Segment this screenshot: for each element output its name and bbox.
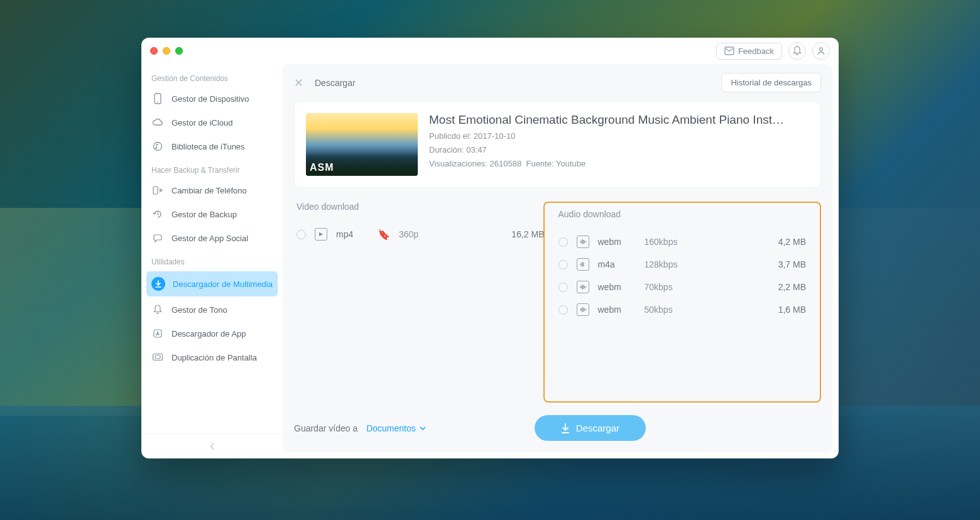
sidebar-item-app-dl[interactable]: Descargador de App (141, 322, 283, 345)
sidebar-item-switch[interactable]: Cambiar de Teléfono (141, 178, 283, 202)
bell-outline-icon (151, 303, 164, 316)
sidebar-section-utilities: Utilidades (141, 250, 283, 270)
video-info-card: ASM Most Emotional Cinematic Background … (294, 101, 821, 188)
video-download-heading: Video download (294, 202, 547, 212)
sidebar-item-icloud[interactable]: Gestor de iCloud (141, 111, 283, 134)
audio-file-icon (577, 303, 589, 316)
history-icon (151, 208, 164, 220)
music-note-icon (151, 140, 164, 153)
audio-file-icon (577, 281, 589, 293)
cloud-icon (151, 116, 164, 129)
format-name: mp4 (336, 229, 374, 239)
size-label: 4,2 MB (762, 237, 806, 247)
sidebar-item-backup[interactable]: Gestor de Backup (141, 202, 283, 226)
panel-title: Descargar (315, 78, 356, 88)
appstore-icon (151, 327, 164, 340)
sidebar-item-tone[interactable]: Gestor de Tono (141, 298, 283, 322)
download-options: Video download mp4 🔖 360p 16,2 MB Audio … (294, 202, 821, 403)
bookmark-icon: 🔖 (378, 229, 390, 241)
radio-button[interactable] (558, 305, 568, 315)
sidebar-item-label: Duplicación de Pantalla (172, 353, 257, 362)
sidebar-item-label: Gestor de Dispositivo (172, 94, 249, 104)
thumbnail-badge: ASM (310, 162, 334, 173)
download-icon (151, 277, 165, 291)
chevron-left-icon (210, 443, 215, 450)
main-panel: ✕ Descargar Historial de descargas ASM M… (283, 64, 832, 452)
sidebar-collapse-button[interactable] (141, 433, 283, 458)
size-label: 2,2 MB (762, 282, 806, 292)
quality-label: 128kbps (645, 259, 754, 269)
audio-option-row[interactable]: webm 160kbps 4,2 MB (556, 230, 809, 253)
video-title: Most Emotional Cinematic Background Musi… (429, 113, 784, 127)
audio-option-row[interactable]: webm 70kbps 2,2 MB (556, 276, 809, 298)
svg-point-1 (820, 48, 823, 51)
device-icon (151, 92, 164, 105)
user-icon (817, 46, 825, 55)
feedback-label: Feedback (738, 46, 774, 56)
close-window-button[interactable] (150, 47, 158, 55)
audio-download-heading: Audio download (556, 209, 809, 219)
size-label: 1,6 MB (762, 305, 806, 315)
sidebar-item-social[interactable]: Gestor de App Social (141, 226, 283, 250)
sidebar-item-media-downloader[interactable]: Descargador de Multimedia (146, 271, 278, 296)
destination-value: Documentos (366, 423, 416, 433)
download-button[interactable]: Descargar (535, 415, 646, 441)
download-arrow-icon (561, 423, 570, 433)
screen-mirror-icon (151, 351, 164, 364)
feedback-button[interactable]: Feedback (716, 43, 782, 60)
video-option-row[interactable]: mp4 🔖 360p 16,2 MB (294, 223, 547, 246)
sidebar-item-device[interactable]: Gestor de Dispositivo (141, 87, 283, 111)
sidebar-item-screen[interactable]: Duplicación de Pantalla (141, 345, 283, 369)
audio-option-row[interactable]: m4a 128kbps 3,7 MB (556, 253, 809, 276)
sidebar-item-label: Gestor de Backup (172, 210, 237, 219)
sidebar-item-label: Descargador de App (172, 329, 246, 339)
close-panel-button[interactable]: ✕ (294, 77, 303, 89)
account-button[interactable] (812, 42, 830, 60)
footer-bar: Guardar vídeo a Documentos Descargar (294, 403, 821, 441)
sidebar-item-label: Cambiar de Teléfono (172, 186, 247, 195)
size-label: 16,2 MB (501, 229, 545, 239)
maximize-window-button[interactable] (175, 47, 183, 55)
sidebar-section-backup: Hacer Backup & Transferir (141, 158, 283, 178)
sidebar-item-itunes[interactable]: Biblioteca de iTunes (141, 134, 283, 158)
chevron-down-icon (420, 426, 426, 430)
svg-point-5 (155, 148, 156, 149)
video-file-icon (315, 228, 327, 241)
svg-rect-8 (153, 354, 163, 360)
format-name: webm (598, 237, 636, 247)
mail-icon (724, 46, 734, 55)
quality-label: 160kbps (645, 237, 754, 247)
audio-download-column: Audio download webm 160kbps 4,2 MB m4a 1… (543, 202, 822, 403)
sidebar-item-label: Biblioteca de iTunes (172, 142, 245, 151)
radio-button[interactable] (558, 283, 568, 292)
audio-file-icon (577, 258, 589, 271)
quality-label: 360p (399, 229, 492, 239)
svg-point-3 (157, 102, 158, 103)
download-button-label: Descargar (576, 423, 619, 433)
video-published: Publicdo el: 2017-10-10 (429, 131, 784, 141)
titlebar: Feedback (141, 38, 839, 64)
format-name: webm (598, 282, 636, 292)
format-name: webm (598, 305, 636, 315)
minimize-window-button[interactable] (163, 47, 170, 55)
notifications-button[interactable] (788, 42, 806, 60)
sidebar-item-label: Gestor de Tono (172, 305, 227, 315)
radio-button[interactable] (558, 260, 568, 269)
sidebar-section-content: Gestión de Contenidos (141, 67, 283, 87)
video-duration: Duración: 03:47 (429, 145, 784, 154)
sidebar: Gestión de Contenidos Gestor de Disposit… (141, 64, 283, 458)
video-views-source: Visualizaciones: 2610588 Fuente: Youtube (429, 159, 784, 168)
radio-button[interactable] (297, 230, 306, 239)
video-thumbnail: ASM (306, 113, 418, 176)
app-window: Feedback Gestión de Contenidos Gestor de… (141, 38, 839, 458)
save-destination-dropdown[interactable]: Documentos (366, 423, 426, 433)
audio-option-row[interactable]: webm 50kbps 1,6 MB (556, 298, 809, 321)
window-controls (150, 47, 183, 55)
download-history-button[interactable]: Historial de descargas (721, 73, 821, 92)
size-label: 3,7 MB (762, 259, 806, 269)
audio-file-icon (577, 236, 589, 248)
radio-button[interactable] (558, 237, 568, 247)
svg-point-4 (154, 143, 162, 151)
sidebar-item-label: Gestor de App Social (172, 234, 248, 243)
quality-label: 70kbps (645, 282, 754, 292)
